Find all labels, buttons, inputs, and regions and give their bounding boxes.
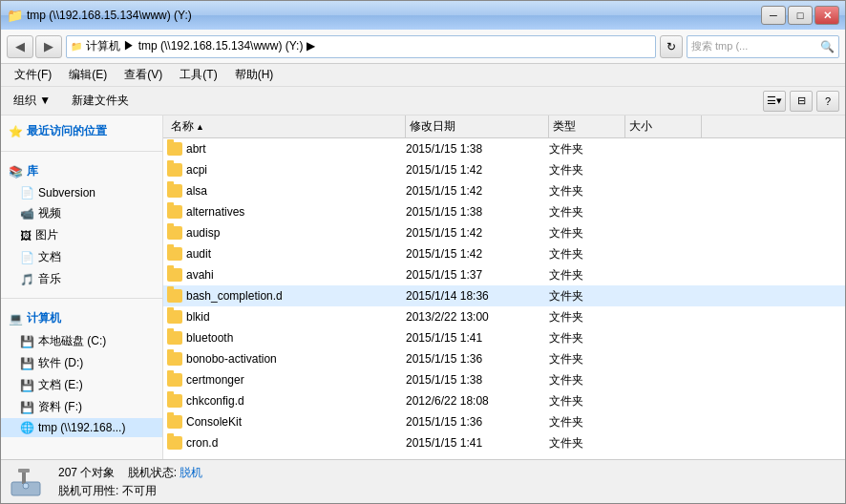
folder-icon bbox=[167, 163, 182, 177]
table-row[interactable]: ConsoleKit2015/1/15 1:36文件夹 bbox=[163, 411, 845, 432]
view-pane-button[interactable]: ⊟ bbox=[790, 91, 813, 112]
file-date-cell: 2015/1/15 1:42 bbox=[406, 247, 549, 261]
file-date-cell: 2013/2/22 13:00 bbox=[406, 310, 549, 324]
close-button[interactable]: ✕ bbox=[814, 6, 839, 25]
menu-tools[interactable]: 工具(T) bbox=[172, 65, 224, 85]
file-name-text: ConsoleKit bbox=[186, 415, 242, 429]
col-header-name[interactable]: 名称 ▲ bbox=[167, 116, 406, 137]
network-drive-icon: 🌐 bbox=[20, 421, 34, 434]
library-icon: 📚 bbox=[9, 165, 23, 178]
sidebar-item-pictures[interactable]: 🖼 图片 bbox=[1, 224, 162, 246]
computer-label: 计算机 bbox=[27, 310, 61, 326]
sidebar-item-drive-e[interactable]: 💾 文档 (E:) bbox=[1, 374, 162, 396]
col-header-date[interactable]: 修改日期 bbox=[406, 116, 549, 137]
drive-e-label: 文档 (E:) bbox=[38, 377, 83, 393]
sidebar-item-music[interactable]: 🎵 音乐 bbox=[1, 268, 162, 290]
computer-icon: 💻 bbox=[9, 312, 23, 326]
new-folder-label: 新建文件夹 bbox=[72, 93, 129, 109]
forward-button[interactable]: ▶ bbox=[35, 35, 62, 58]
file-name-text: audisp bbox=[186, 226, 220, 240]
back-button[interactable]: ◀ bbox=[7, 35, 33, 58]
file-date-cell: 2012/6/22 18:08 bbox=[406, 394, 549, 408]
menu-edit[interactable]: 编辑(E) bbox=[61, 65, 115, 85]
organize-button[interactable]: 组织 ▼ bbox=[7, 90, 57, 112]
menu-view[interactable]: 查看(V) bbox=[116, 65, 170, 85]
table-row[interactable]: audit2015/1/15 1:42文件夹 bbox=[163, 243, 845, 264]
status-drive-icon bbox=[9, 465, 43, 499]
file-type-cell: 文件夹 bbox=[549, 351, 625, 368]
view-details-button[interactable]: ☰▾ bbox=[763, 91, 786, 112]
recent-header[interactable]: ⭐ 最近访问的位置 bbox=[1, 119, 162, 143]
file-date-cell: 2015/1/15 1:42 bbox=[406, 163, 549, 177]
address-text: 计算机 ▶ tmp (\\192.168.15.134\www) (Y:) ▶ bbox=[86, 38, 651, 54]
file-name-cell: blkid bbox=[167, 310, 406, 324]
table-row[interactable]: audisp2015/1/15 1:42文件夹 bbox=[163, 222, 845, 243]
minimize-button[interactable]: ─ bbox=[761, 6, 786, 25]
table-row[interactable]: chkconfig.d2012/6/22 18:08文件夹 bbox=[163, 390, 845, 411]
table-row[interactable]: alternatives2015/1/15 1:38文件夹 bbox=[163, 201, 845, 222]
table-row[interactable]: cron.d2015/1/15 1:41文件夹 bbox=[163, 432, 845, 453]
new-folder-button[interactable]: 新建文件夹 bbox=[65, 90, 136, 112]
sidebar-item-tmp-drive[interactable]: 🌐 tmp (\\192.168...) bbox=[1, 418, 162, 437]
folder-icon: 📁 bbox=[71, 41, 82, 52]
table-row[interactable]: alsa2015/1/15 1:42文件夹 bbox=[163, 180, 845, 201]
file-list-header: 名称 ▲ 修改日期 类型 大小 bbox=[163, 116, 845, 138]
table-row[interactable]: bluetooth2015/1/15 1:41文件夹 bbox=[163, 327, 845, 348]
file-name-cell: bash_completion.d bbox=[167, 289, 406, 303]
file-type-cell: 文件夹 bbox=[549, 141, 625, 158]
file-name-text: bonobo-activation bbox=[186, 352, 277, 366]
col-header-type[interactable]: 类型 bbox=[549, 116, 625, 137]
drive-e-icon: 💾 bbox=[20, 379, 34, 392]
file-name-cell: ConsoleKit bbox=[167, 415, 406, 429]
file-name-cell: bluetooth bbox=[167, 331, 406, 345]
folder-icon bbox=[167, 331, 182, 345]
folder-icon bbox=[167, 289, 182, 303]
sidebar-item-video[interactable]: 📹 视频 bbox=[1, 202, 162, 224]
drive-f-icon: 💾 bbox=[20, 401, 34, 414]
sidebar-item-subversion[interactable]: 📄 Subversion bbox=[1, 183, 162, 202]
video-icon: 📹 bbox=[20, 207, 34, 220]
sidebar-item-drive-f[interactable]: 💾 资料 (F:) bbox=[1, 396, 162, 418]
file-list-area: 名称 ▲ 修改日期 类型 大小 abrt2015/1/15 1:38文件夹acp… bbox=[163, 116, 845, 459]
table-row[interactable]: certmonger2015/1/15 1:38文件夹 bbox=[163, 369, 845, 390]
col-header-size[interactable]: 大小 bbox=[625, 116, 702, 137]
table-row[interactable]: bonobo-activation2015/1/15 1:36文件夹 bbox=[163, 348, 845, 369]
sidebar-item-drive-c[interactable]: 💾 本地磁盘 (C:) bbox=[1, 330, 162, 352]
recent-label: 最近访问的位置 bbox=[27, 123, 107, 139]
file-name-cell: bonobo-activation bbox=[167, 352, 406, 366]
table-row[interactable]: abrt2015/1/15 1:38文件夹 bbox=[163, 138, 845, 159]
window-title: tmp (\\192.168.15.134\www) (Y:) bbox=[27, 9, 192, 22]
file-date-cell: 2015/1/15 1:42 bbox=[406, 184, 549, 198]
maximize-button[interactable]: □ bbox=[788, 6, 813, 25]
search-wrapper[interactable]: 搜索 tmp (... 🔍 bbox=[687, 35, 839, 58]
refresh-button[interactable]: ↻ bbox=[660, 35, 683, 58]
pictures-label: 图片 bbox=[35, 227, 58, 243]
help-button[interactable]: ? bbox=[816, 91, 839, 112]
offline-label: 脱机状态: bbox=[128, 466, 177, 479]
menu-file[interactable]: 文件(F) bbox=[7, 65, 59, 85]
drive-d-icon: 💾 bbox=[20, 357, 34, 370]
table-row[interactable]: blkid2013/2/22 13:00文件夹 bbox=[163, 306, 845, 327]
computer-header[interactable]: 💻 计算机 bbox=[1, 306, 162, 330]
library-label: 库 bbox=[27, 163, 38, 179]
file-type-cell: 文件夹 bbox=[549, 225, 625, 242]
table-row[interactable]: avahi2015/1/15 1:37文件夹 bbox=[163, 264, 845, 285]
table-row[interactable]: acpi2015/1/15 1:42文件夹 bbox=[163, 159, 845, 180]
file-name-cell: audisp bbox=[167, 226, 406, 240]
sidebar-item-documents[interactable]: 📄 文档 bbox=[1, 246, 162, 268]
status-bar: 207 个对象 脱机状态: 脱机 脱机可用性: 不可用 bbox=[1, 459, 845, 503]
library-header[interactable]: 📚 库 bbox=[1, 159, 162, 183]
file-date-cell: 2015/1/15 1:38 bbox=[406, 142, 549, 156]
file-type-cell: 文件夹 bbox=[549, 204, 625, 220]
file-date-cell: 2015/1/15 1:41 bbox=[406, 331, 549, 345]
file-type-cell: 文件夹 bbox=[549, 435, 625, 452]
sidebar-item-drive-d[interactable]: 💾 软件 (D:) bbox=[1, 352, 162, 374]
address-input-wrapper[interactable]: 📁 计算机 ▶ tmp (\\192.168.15.134\www) (Y:) … bbox=[66, 35, 656, 58]
file-type-cell: 文件夹 bbox=[549, 330, 625, 346]
menu-help[interactable]: 帮助(H) bbox=[227, 65, 282, 85]
search-icon[interactable]: 🔍 bbox=[820, 40, 835, 53]
file-name-text: bluetooth bbox=[186, 331, 233, 345]
table-row[interactable]: bash_completion.d2015/1/14 18:36文件夹 bbox=[163, 285, 845, 306]
col-date-label: 修改日期 bbox=[410, 118, 455, 135]
folder-icon bbox=[167, 142, 182, 156]
